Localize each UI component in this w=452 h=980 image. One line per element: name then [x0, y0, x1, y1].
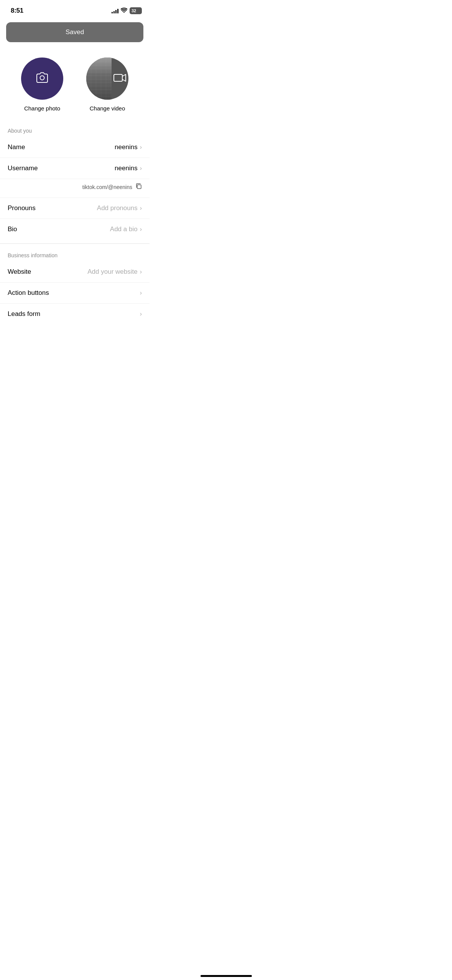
change-video-label: Change video	[90, 105, 125, 112]
username-row[interactable]: Username neenins ›	[0, 158, 150, 179]
change-photo-label: Change photo	[24, 105, 60, 112]
business-info-section: Business information Website Add your we…	[0, 248, 150, 324]
status-bar: 8:51 32	[0, 0, 150, 19]
saved-text: Saved	[66, 28, 84, 36]
camera-icon	[34, 69, 51, 88]
username-right: neenins ›	[115, 164, 142, 172]
action-buttons-chevron: ›	[140, 289, 142, 296]
change-photo-circle[interactable]	[21, 58, 63, 100]
wifi-icon	[121, 8, 127, 14]
svg-rect-2	[137, 185, 141, 189]
leads-form-right: ›	[140, 311, 142, 317]
leads-form-label: Leads form	[8, 310, 40, 318]
business-info-header: Business information	[0, 248, 150, 261]
website-row[interactable]: Website Add your website ›	[0, 261, 150, 283]
pronouns-label: Pronouns	[8, 204, 36, 212]
change-video-option[interactable]: Change video	[86, 58, 128, 112]
leads-form-row[interactable]: Leads form ›	[0, 304, 150, 324]
website-label: Website	[8, 268, 31, 276]
pronouns-right: Add pronouns ›	[97, 204, 142, 212]
name-value: neenins	[115, 143, 138, 151]
name-label: Name	[8, 143, 25, 151]
pronouns-chevron: ›	[140, 205, 142, 212]
bio-right: Add a bio ›	[110, 225, 142, 233]
status-icons: 32	[112, 7, 142, 14]
about-you-section: About you Name neenins › Username neenin…	[0, 123, 150, 240]
status-time: 8:51	[11, 7, 23, 15]
profile-media-section: Change photo Change video	[0, 50, 150, 123]
username-value: neenins	[115, 164, 138, 172]
copy-icon[interactable]	[135, 183, 142, 191]
username-label: Username	[8, 164, 38, 172]
action-buttons-row[interactable]: Action buttons ›	[0, 283, 150, 304]
battery-level: 32	[131, 8, 136, 13]
website-right: Add your website ›	[87, 268, 142, 276]
action-buttons-label: Action buttons	[8, 289, 49, 297]
saved-banner: Saved	[6, 22, 143, 42]
name-right: neenins ›	[115, 143, 142, 151]
change-video-circle[interactable]	[86, 58, 128, 100]
website-chevron: ›	[140, 268, 142, 275]
change-photo-option[interactable]: Change photo	[21, 58, 63, 112]
bio-value: Add a bio	[110, 225, 138, 233]
bio-chevron: ›	[140, 226, 142, 233]
tiktok-url-row[interactable]: tiktok.com/@neenins	[0, 179, 150, 198]
tiktok-url-text: tiktok.com/@neenins	[82, 184, 132, 190]
video-icon	[112, 69, 128, 88]
svg-rect-1	[114, 74, 122, 81]
bio-row[interactable]: Bio Add a bio ›	[0, 219, 150, 240]
section-divider	[0, 243, 150, 244]
video-background	[86, 58, 112, 100]
pronouns-row[interactable]: Pronouns Add pronouns ›	[0, 198, 150, 219]
name-row[interactable]: Name neenins ›	[0, 137, 150, 158]
username-chevron: ›	[140, 165, 142, 172]
about-you-header: About you	[0, 123, 150, 137]
battery-icon: 32	[130, 7, 142, 14]
svg-point-0	[40, 76, 44, 80]
bio-label: Bio	[8, 225, 17, 233]
pronouns-value: Add pronouns	[97, 204, 138, 212]
name-chevron: ›	[140, 144, 142, 151]
action-buttons-right: ›	[140, 289, 142, 296]
website-value: Add your website	[87, 268, 137, 276]
signal-icon	[112, 8, 118, 13]
leads-form-chevron: ›	[140, 311, 142, 317]
